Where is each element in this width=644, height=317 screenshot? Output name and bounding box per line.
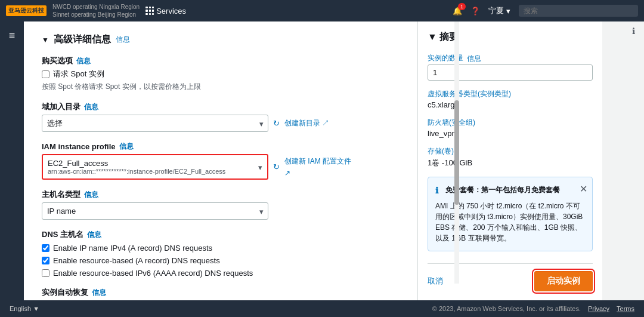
dns-label-2: Enable resource-based (A record) DNS req… (53, 256, 220, 265)
instance-count-item: 实例的数量 信息 (428, 53, 593, 81)
domain-row: 域加入目录 信息 选择 ▾ ↻ 创建新目录 ↗ (42, 101, 400, 132)
dns-checkboxes: Enable IP name IPv4 (A record) DNS reque… (42, 244, 400, 278)
domain-select-container: 选择 ▾ (42, 115, 268, 132)
nwcd-line1: NWCD operating Ningxia Region (52, 3, 140, 11)
region-label: 宁夏 (488, 5, 504, 16)
purchase-info-link[interactable]: 信息 (76, 56, 91, 66)
recovery-info-link[interactable]: 信息 (92, 288, 106, 298)
logo-text: 亚马逊云科技 (6, 5, 47, 16)
summary-actions: 取消 启动实例 (428, 263, 593, 291)
scrollbar-thumb[interactable] (454, 100, 459, 205)
create-iam-link[interactable]: 创建新 IAM 配置文件 (284, 156, 351, 167)
spot-subtext: 按照 Spot 价格请求 Spot 实例，以按需价格为上限 (42, 82, 400, 92)
free-tier-close-icon[interactable]: ✕ (580, 182, 587, 196)
domain-select[interactable]: 选择 (42, 115, 268, 132)
dns-checkbox-2[interactable] (42, 257, 49, 264)
spot-checkbox[interactable] (42, 70, 49, 78)
hostname-label: 主机名类型 信息 (42, 189, 400, 200)
dns-checkbox-1[interactable] (42, 244, 49, 252)
nwcd-line2: Sinnet operating Beijing Region (52, 11, 140, 19)
terms-link[interactable]: Terms (617, 305, 634, 312)
hostname-info-link[interactable]: 信息 (84, 190, 98, 200)
iam-dropdown-arrow: ▾ (258, 162, 262, 171)
dns-checkbox-3[interactable] (42, 269, 49, 277)
hostname-row: 主机名类型 信息 IP name ▾ (42, 189, 400, 220)
storage-value: 1卷 -100 GiB (428, 158, 593, 168)
dns-row: DNS 主机名 信息 Enable IP name IPv4 (A record… (42, 229, 400, 278)
language-selector[interactable]: English ▼ (10, 305, 39, 312)
domain-label: 域加入目录 信息 (42, 101, 400, 112)
dns-label-3: Enable resource-based IPv6 (AAAA record)… (53, 269, 253, 278)
top-right-info-icon[interactable]: ℹ (627, 25, 639, 37)
iam-profile-arn: arn:aws-cn:iam::************:instance-pr… (48, 168, 262, 175)
dns-item-1: Enable IP name IPv4 (A record) DNS reque… (42, 244, 400, 253)
info-circle-icon: ℹ (435, 184, 438, 197)
scrollbar-track (454, 21, 459, 284)
nav-logo: 亚马逊云科技 (6, 5, 47, 16)
firewall-value: live_vpn (428, 129, 593, 138)
grid-icon (145, 7, 154, 15)
top-nav: 亚马逊云科技 NWCD operating Ningxia Region Sin… (0, 0, 644, 21)
firewall-label[interactable]: 防火墙(安全组) (428, 118, 593, 128)
purchase-row: 购买选项 信息 请求 Spot 实例 按照 Spot 价格请求 Spot 实例，… (42, 56, 400, 92)
section-title: 高级详细信息 (54, 33, 111, 46)
expand-arrow[interactable]: ▼ (42, 36, 49, 44)
footer-right: © 2023, Amazon Web Services, Inc. or its… (432, 305, 634, 312)
iam-info-link[interactable]: 信息 (119, 141, 134, 152)
launch-button[interactable]: 启动实例 (534, 271, 593, 291)
privacy-link[interactable]: Privacy (588, 305, 609, 312)
spot-checkbox-row: 请求 Spot 实例 (42, 69, 400, 79)
services-label: Services (156, 7, 186, 16)
create-iam-links: 创建新 IAM 配置文件 ↗ (284, 156, 351, 177)
chevron-down-icon: ▾ (506, 7, 510, 16)
create-dir-link[interactable]: 创建新目录 ↗ (284, 118, 329, 128)
dns-label: DNS 主机名 信息 (42, 229, 400, 240)
iam-profile-box[interactable]: EC2_Full_access arn:aws-cn:iam::********… (42, 154, 268, 180)
instance-count-input[interactable] (428, 64, 593, 81)
domain-select-wrapper: 选择 ▾ ↻ 创建新目录 ↗ (42, 115, 400, 132)
hamburger-icon[interactable]: ≡ (5, 26, 19, 46)
main-form: ▼ 高级详细信息 信息 购买选项 信息 请求 Spot 实例 按照 Spot 价… (24, 21, 417, 300)
footer: English ▼ © 2023, Amazon Web Services, I… (0, 300, 644, 317)
recovery-label: 实例自动恢复 信息 (42, 287, 400, 298)
dns-info-link[interactable]: 信息 (87, 230, 101, 240)
nav-region-info: NWCD operating Ningxia Region Sinnet ope… (52, 3, 140, 19)
search-input[interactable] (519, 5, 638, 17)
spot-label: 请求 Spot 实例 (53, 69, 104, 79)
services-menu[interactable]: Services (145, 7, 186, 16)
cancel-button[interactable]: 取消 (428, 276, 443, 287)
iam-select-wrapper: EC2_Full_access arn:aws-cn:iam::********… (42, 154, 400, 180)
dns-item-3: Enable resource-based IPv6 (AAAA record)… (42, 269, 400, 278)
domain-info-link[interactable]: 信息 (84, 102, 98, 112)
refresh-domain-icon[interactable]: ↻ (273, 119, 280, 128)
section-info-link[interactable]: 信息 (116, 35, 130, 45)
bell-badge: 1 (458, 3, 466, 10)
dns-item-2: Enable resource-based (A record) DNS req… (42, 256, 400, 265)
summary-title: ▼ 摘要 (428, 31, 593, 44)
section-header: ▼ 高级详细信息 信息 (42, 33, 400, 46)
vm-type-item: 虚拟服务器类型(实例类型) c5.xlarge (428, 89, 593, 109)
iam-profile-name: EC2_Full_access (48, 159, 262, 168)
content-wrapper: ≡ ▼ 高级详细信息 信息 购买选项 信息 请求 Spot 实例 按照 Sp (0, 21, 644, 300)
refresh-iam-icon[interactable]: ↻ (273, 162, 280, 171)
hostname-select-container: IP name ▾ (42, 202, 268, 220)
help-icon[interactable]: ❓ (470, 7, 480, 16)
vm-type-label[interactable]: 虚拟服务器类型(实例类型) (428, 89, 593, 99)
storage-label[interactable]: 存储(卷) (428, 146, 593, 156)
hostname-select[interactable]: IP name (42, 202, 268, 220)
recovery-row: 实例自动恢复 信息 默认 ▾ (42, 287, 400, 300)
storage-item: 存储(卷) 1卷 -100 GiB (428, 146, 593, 168)
bell-icon[interactable]: 🔔 1 (453, 7, 462, 16)
summary-panel: ▼ 摘要 实例的数量 信息 虚拟服务器类型(实例类型) c5.xlarge 防火… (417, 21, 602, 300)
vm-type-value: c5.xlarge (428, 100, 593, 109)
instance-count-info[interactable]: 信息 (467, 54, 481, 64)
purchase-label: 购买选项 信息 (42, 56, 400, 66)
firewall-item: 防火墙(安全组) live_vpn (428, 118, 593, 138)
region-dropdown[interactable]: 宁夏 ▾ (488, 5, 510, 16)
dns-label-1: Enable IP name IPv4 (A record) DNS reque… (53, 244, 212, 253)
create-iam-arrow[interactable]: ↗ (284, 169, 290, 177)
instance-count-header: 实例的数量 信息 (428, 53, 593, 64)
iam-row: IAM instance profile 信息 EC2_Full_access … (42, 141, 400, 180)
nav-right: 🔔 1 ❓ 宁夏 ▾ (453, 5, 638, 17)
free-tier-box: ✕ ℹ 免费套餐：第一年包括每月免费套餐 AMI 上的 750 小时 t2.mi… (428, 177, 593, 251)
